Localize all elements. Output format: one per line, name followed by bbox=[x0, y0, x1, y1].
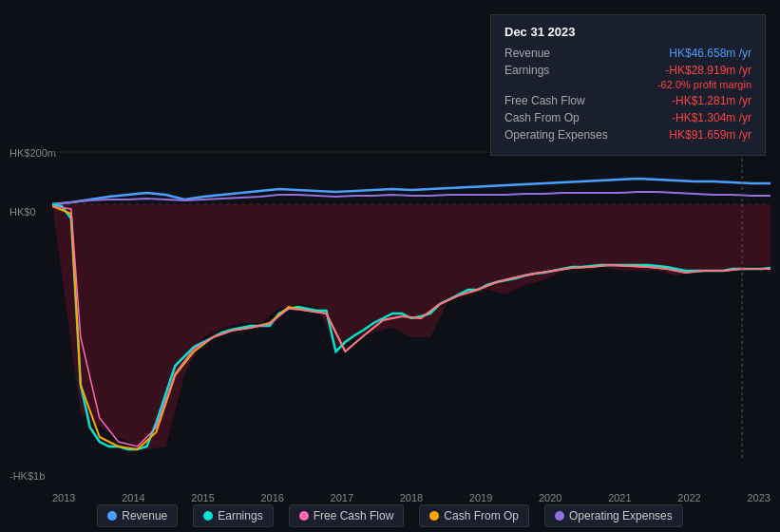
y-label-bottom: -HK$1b bbox=[10, 470, 45, 482]
x-label-2016: 2016 bbox=[260, 492, 283, 504]
x-label-2013: 2013 bbox=[52, 492, 75, 504]
legend-revenue[interactable]: Revenue bbox=[97, 504, 178, 527]
tooltip-value-revenue: HK$46.658m /yr bbox=[669, 47, 751, 60]
x-label-2023: 2023 bbox=[747, 492, 770, 504]
x-label-2014: 2014 bbox=[122, 492, 144, 504]
tooltip-row-cashfromop: Cash From Op -HK$1.304m /yr bbox=[504, 111, 751, 124]
chart-svg bbox=[52, 147, 770, 461]
legend-fcf[interactable]: Free Cash Flow bbox=[289, 504, 405, 527]
legend-dot-fcf bbox=[299, 511, 309, 521]
tooltip-profit-margin: -62.0% profit margin bbox=[504, 79, 751, 90]
y-label-zero: HK$0 bbox=[10, 206, 36, 218]
tooltip-label-fcf: Free Cash Flow bbox=[504, 94, 585, 107]
x-label-2022: 2022 bbox=[677, 492, 700, 504]
x-label-2019: 2019 bbox=[469, 492, 492, 504]
tooltip-label-opex: Operating Expenses bbox=[504, 128, 608, 142]
x-label-2018: 2018 bbox=[400, 492, 423, 504]
x-label-2017: 2017 bbox=[331, 492, 353, 504]
legend-cashfromop[interactable]: Cash From Op bbox=[419, 504, 529, 527]
legend-earnings[interactable]: Earnings bbox=[193, 504, 273, 527]
legend-dot-earnings bbox=[203, 511, 213, 521]
tooltip-row-opex: Operating Expenses HK$91.659m /yr bbox=[504, 128, 751, 142]
legend-label-opex: Operating Expenses bbox=[569, 509, 673, 522]
tooltip-value-earnings: -HK$28.919m /yr bbox=[665, 64, 751, 77]
x-label-2020: 2020 bbox=[539, 492, 561, 504]
legend-label-fcf: Free Cash Flow bbox=[314, 509, 394, 522]
x-label-2015: 2015 bbox=[191, 492, 214, 504]
tooltip-value-cashfromop: -HK$1.304m /yr bbox=[672, 111, 751, 124]
legend-label-earnings: Earnings bbox=[218, 509, 262, 522]
tooltip-label-earnings: Earnings bbox=[504, 64, 549, 77]
tooltip-value-fcf: -HK$1.281m /yr bbox=[672, 94, 751, 107]
tooltip-row-revenue: Revenue HK$46.658m /yr bbox=[504, 47, 751, 60]
chart-legend: Revenue Earnings Free Cash Flow Cash Fro… bbox=[0, 504, 780, 527]
legend-dot-cashfromop bbox=[429, 511, 439, 521]
tooltip-date: Dec 31 2023 bbox=[504, 25, 751, 39]
x-axis-labels: 2013 2014 2015 2016 2017 2018 2019 2020 … bbox=[52, 492, 770, 504]
tooltip-label-revenue: Revenue bbox=[504, 47, 550, 60]
tooltip-label-cashfromop: Cash From Op bbox=[504, 111, 580, 124]
legend-opex[interactable]: Operating Expenses bbox=[544, 504, 683, 527]
legend-dot-opex bbox=[555, 511, 564, 521]
legend-dot-revenue bbox=[107, 511, 117, 521]
tooltip-row-fcf: Free Cash Flow -HK$1.281m /yr bbox=[504, 94, 751, 107]
legend-label-cashfromop: Cash From Op bbox=[444, 509, 519, 522]
data-tooltip: Dec 31 2023 Revenue HK$46.658m /yr Earni… bbox=[490, 14, 766, 156]
x-label-2021: 2021 bbox=[608, 492, 631, 504]
tooltip-row-earnings: Earnings -HK$28.919m /yr bbox=[504, 64, 751, 77]
legend-label-revenue: Revenue bbox=[122, 509, 167, 522]
y-label-top: HK$200m bbox=[10, 147, 56, 159]
tooltip-value-opex: HK$91.659m /yr bbox=[669, 128, 751, 142]
